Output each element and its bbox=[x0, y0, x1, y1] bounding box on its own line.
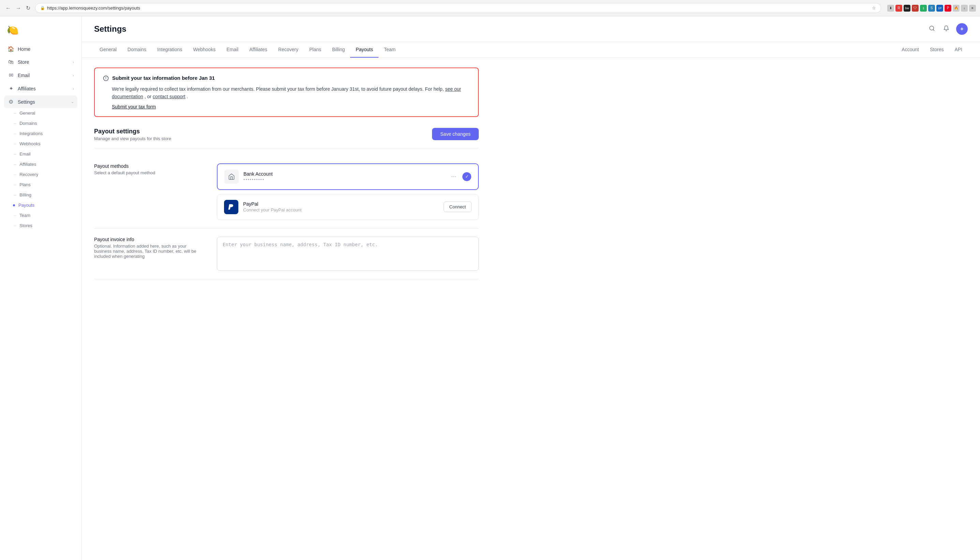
alert-submit-link[interactable]: Submit your tax form bbox=[112, 104, 470, 110]
tab-domains[interactable]: Domains bbox=[122, 42, 152, 58]
home-icon: 🏠 bbox=[8, 46, 14, 52]
payout-methods-row: Payout methods Select a default payout m… bbox=[94, 155, 479, 228]
tab-general[interactable]: General bbox=[94, 42, 122, 58]
sidebar-logo: 🍋 bbox=[0, 22, 82, 43]
store-chevron-icon: › bbox=[73, 60, 74, 64]
app-layout: 🍋 🏠 Home 🛍 Store › ✉ Email › ✦ Affiliate… bbox=[0, 17, 980, 560]
sidebar-sub-sep: – bbox=[13, 110, 16, 116]
sidebar-sub-sep4: – bbox=[13, 141, 16, 146]
affiliates-chevron-icon: › bbox=[73, 87, 74, 91]
sidebar-sub-integrations[interactable]: – Integrations bbox=[10, 128, 77, 138]
bank-ellipsis-button[interactable]: ··· bbox=[449, 172, 458, 181]
paypal-card-desc: Connect your PayPal account bbox=[243, 207, 439, 212]
sidebar-nav: 🏠 Home 🛍 Store › ✉ Email › ✦ Affiliates … bbox=[0, 43, 82, 108]
tab-affiliates[interactable]: Affiliates bbox=[244, 42, 273, 58]
sidebar-sub-webhooks[interactable]: – Webhooks bbox=[10, 139, 77, 149]
sidebar-sub-sep5: – bbox=[13, 152, 16, 157]
invoice-info-textarea[interactable] bbox=[217, 237, 479, 271]
sidebar-sub-email[interactable]: – Email bbox=[10, 149, 77, 159]
tax-alert-box: Submit your tax information before Jan 3… bbox=[94, 68, 479, 117]
user-avatar[interactable]: + bbox=[956, 23, 968, 35]
sidebar-sub-label-general: General bbox=[20, 110, 35, 116]
tab-plans[interactable]: Plans bbox=[304, 42, 327, 58]
payout-section-title: Payout settings bbox=[94, 128, 171, 135]
invoice-info-left: Payout invoice info Optional. Informatio… bbox=[94, 237, 203, 271]
content-area: Submit your tax information before Jan 3… bbox=[82, 58, 491, 289]
sidebar-sub-sep7: – bbox=[13, 172, 16, 177]
tabs-right: Account Stores API bbox=[896, 42, 968, 58]
sidebar-sub-team[interactable]: – Team bbox=[10, 210, 77, 220]
settings-chevron-icon: ⌄ bbox=[71, 100, 74, 104]
tab-team[interactable]: Team bbox=[378, 42, 401, 58]
email-icon: ✉ bbox=[8, 72, 14, 78]
sidebar-sub-sep10: – bbox=[13, 213, 16, 218]
alert-period: . bbox=[186, 94, 188, 99]
tab-api[interactable]: API bbox=[949, 42, 968, 58]
ext-r: R bbox=[895, 5, 902, 12]
reload-button[interactable]: ↻ bbox=[25, 3, 32, 13]
paypal-icon bbox=[224, 200, 238, 214]
bank-card-info: Bank Account •••••••••• bbox=[243, 171, 444, 182]
sidebar-item-settings[interactable]: ⚙ Settings ⌄ bbox=[4, 95, 77, 108]
sidebar-item-affiliates[interactable]: ✦ Affiliates › bbox=[4, 82, 77, 95]
sidebar-sub-label-domains: Domains bbox=[20, 121, 37, 126]
settings-subnav: – General – Domains – Integrations – Web… bbox=[0, 108, 82, 230]
ext-download: ⬇ bbox=[887, 5, 894, 12]
payout-methods-label: Payout methods bbox=[94, 163, 203, 169]
ext-shield: 🛡 bbox=[912, 5, 918, 12]
back-button[interactable]: ← bbox=[4, 4, 12, 13]
bank-card-actions: ··· ✓ bbox=[449, 172, 471, 181]
header-actions: + bbox=[927, 23, 968, 35]
ext-green: 1 bbox=[920, 5, 927, 12]
tab-integrations[interactable]: Integrations bbox=[152, 42, 188, 58]
sidebar-sub-sep2: – bbox=[13, 121, 16, 126]
forward-button[interactable]: → bbox=[14, 4, 23, 13]
search-icon bbox=[929, 25, 935, 32]
notifications-button[interactable] bbox=[942, 24, 951, 35]
sidebar-sub-payouts[interactable]: Payouts bbox=[10, 200, 77, 210]
browser-extensions: ⬇ R bw 🛡 1 S 1P P 🔥 ↓ ≡ bbox=[887, 5, 976, 12]
bank-account-card[interactable]: Bank Account •••••••••• ··· ✓ bbox=[217, 163, 479, 190]
browser-nav-buttons: ← → ↻ bbox=[4, 3, 32, 13]
sidebar-item-store[interactable]: 🛍 Store › bbox=[4, 56, 77, 68]
sidebar-sub-domains[interactable]: – Domains bbox=[10, 118, 77, 128]
sidebar-item-home[interactable]: 🏠 Home bbox=[4, 43, 77, 55]
app-logo: 🍋 bbox=[7, 25, 19, 35]
sidebar-sub-general[interactable]: – General bbox=[10, 108, 77, 118]
ext-fire: 🔥 bbox=[953, 5, 960, 12]
paypal-card-info: PayPal Connect your PayPal account bbox=[243, 201, 439, 212]
payout-methods-left: Payout methods Select a default payout m… bbox=[94, 163, 203, 220]
store-icon: 🛍 bbox=[8, 59, 14, 65]
invoice-info-right bbox=[217, 237, 479, 271]
tab-billing[interactable]: Billing bbox=[327, 42, 350, 58]
tab-payouts[interactable]: Payouts bbox=[350, 42, 378, 58]
tab-stores[interactable]: Stores bbox=[924, 42, 949, 58]
invoice-info-row: Payout invoice info Optional. Informatio… bbox=[94, 228, 479, 279]
save-changes-button[interactable]: Save changes bbox=[432, 128, 479, 140]
paypal-card-name: PayPal bbox=[243, 201, 439, 207]
paypal-card[interactable]: PayPal Connect your PayPal account Conne… bbox=[217, 194, 479, 220]
paypal-connect-button[interactable]: Connect bbox=[444, 202, 472, 212]
url-bar[interactable]: 🔒 https://app.lemonsqueezy.com/settings/… bbox=[35, 3, 881, 13]
sidebar-sub-label-stores: Stores bbox=[20, 223, 32, 228]
tab-account[interactable]: Account bbox=[896, 42, 924, 58]
tab-recovery[interactable]: Recovery bbox=[273, 42, 304, 58]
sidebar-sub-stores[interactable]: – Stores bbox=[10, 221, 77, 230]
tab-email[interactable]: Email bbox=[221, 42, 244, 58]
url-lock-icon: 🔒 bbox=[40, 6, 45, 10]
sidebar-sub-plans[interactable]: – Plans bbox=[10, 180, 77, 190]
sidebar-sub-billing[interactable]: – Billing bbox=[10, 190, 77, 200]
bell-icon bbox=[943, 25, 949, 32]
sidebar-item-label-affiliates: Affiliates bbox=[18, 86, 36, 92]
sidebar-sub-recovery[interactable]: – Recovery bbox=[10, 170, 77, 179]
sidebar-sub-sep8: – bbox=[13, 182, 16, 187]
alert-support-link[interactable]: contact support bbox=[153, 94, 185, 99]
tab-webhooks[interactable]: Webhooks bbox=[188, 42, 221, 58]
sidebar-sub-affiliates[interactable]: – Affiliates bbox=[10, 159, 77, 169]
payout-settings-header: Payout settings Manage and view payouts … bbox=[94, 128, 479, 148]
sidebar-item-email[interactable]: ✉ Email › bbox=[4, 69, 77, 82]
page-title: Settings bbox=[94, 24, 126, 34]
sidebar-item-label-home: Home bbox=[18, 47, 30, 52]
ext-dl: ↓ bbox=[961, 5, 968, 12]
search-button[interactable] bbox=[927, 24, 936, 35]
